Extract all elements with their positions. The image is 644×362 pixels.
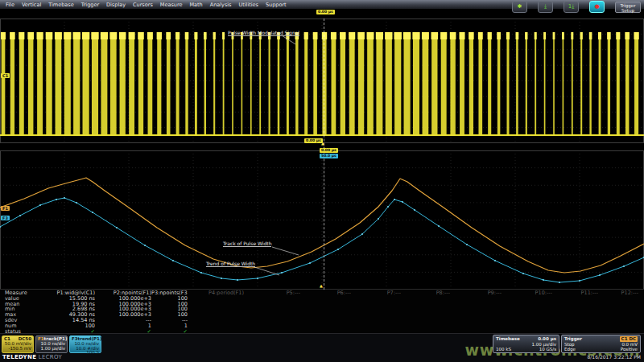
measure-min-p9: [450, 306, 502, 312]
measure-num-p1: 100: [39, 323, 95, 329]
measure-max-p12: [598, 312, 638, 318]
c1-descriptor-box[interactable]: C1 DC50 50.0 mV/div -150.5 mV: [2, 335, 34, 353]
f3-descriptor-box[interactable]: F3 trend(P1) 10.0 ns/div 10.0 #/div 100 …: [69, 335, 101, 353]
brand-lecroy: LECROY: [39, 354, 62, 360]
measure-col-header-p10[interactable]: P10:---: [502, 290, 552, 296]
measure-mean-p6: [300, 302, 351, 307]
measure-value-p12: [598, 296, 638, 302]
measure-value-p9: [450, 296, 502, 302]
measure-num-p3: 1: [151, 323, 188, 329]
measure-mean-p7: [351, 302, 401, 307]
measure-col-header-p6[interactable]: P6:---: [300, 290, 351, 296]
menu-item-math[interactable]: Math: [189, 2, 202, 8]
menu-item-timebase[interactable]: Timebase: [48, 2, 73, 8]
trigger-label: Trigger: [564, 336, 582, 342]
measure-max-p4: [188, 312, 244, 318]
measure-min-p4: [188, 306, 244, 312]
measure-col-header-p1[interactable]: P1:wid@lv(C1): [39, 290, 95, 296]
measure-row-label-value: value: [5, 296, 39, 302]
measure-num-p11: [552, 323, 598, 329]
track-trend-plot[interactable]: [0, 150, 644, 290]
menu-item-utilities[interactable]: Utilities: [238, 2, 258, 8]
measure-col-header-p9[interactable]: P9:---: [450, 290, 502, 296]
measure-value-p4: [188, 296, 244, 302]
oscilloscope-screen: FileVerticalTimebaseTriggerDisplayCursor…: [0, 0, 644, 362]
measure-num-p9: [450, 323, 502, 329]
f1-descriptor-box[interactable]: F1 track(P1) 10.0 ns/div 1.00 μs/div: [35, 335, 68, 353]
measure-col-header-p7[interactable]: P7:---: [351, 290, 401, 296]
recall-waveform-icon[interactable]: 1⤓: [564, 1, 579, 13]
timebase-label: Timebase: [496, 336, 520, 342]
toolbar: ✱⤓1⤓● Trigger Setup: [512, 1, 641, 13]
trigger-type: Edge: [564, 347, 576, 352]
measure-header-label: Measure: [5, 290, 39, 296]
save-waveform-icon[interactable]: ⤓: [538, 1, 553, 13]
measure-col-header-p5[interactable]: P5:---: [244, 290, 300, 296]
measure-num-p6: [300, 323, 351, 329]
record-icon[interactable]: ●: [589, 1, 605, 13]
trigger-level: 0.0 mV: [621, 342, 638, 348]
measure-max-p6: [300, 312, 351, 318]
timestamp: 8/16/2017 3:22:12 PM: [587, 354, 641, 360]
measure-min-p12: [598, 306, 638, 312]
measure-row-label-max: max: [5, 312, 39, 318]
measure-sdev-p4: [188, 318, 244, 323]
measure-min-p8: [401, 306, 450, 312]
menu-item-cursors[interactable]: Cursors: [133, 2, 153, 8]
menu-item-trigger[interactable]: Trigger: [81, 2, 99, 8]
measure-col-header-p12[interactable]: P12:---: [598, 290, 638, 296]
measure-min-p2: 100.000e+3: [95, 306, 151, 312]
menu-item-vertical[interactable]: Vertical: [22, 2, 41, 8]
menu-item-analysis[interactable]: Analysis: [210, 2, 232, 8]
menu-item-measure[interactable]: Measure: [160, 2, 183, 8]
trigger-setup-button[interactable]: Trigger Setup: [615, 2, 641, 13]
trigger-time-badge[interactable]: 0.00 μs: [316, 10, 335, 14]
f1-channel-marker[interactable]: F1: [1, 206, 10, 211]
trigger-slope: Positive: [621, 347, 638, 352]
menu-item-display[interactable]: Display: [106, 2, 126, 8]
measure-value-p7: [351, 296, 401, 302]
measure-mean-p3: 100: [151, 302, 188, 307]
trigger-source-badge: C1 DC: [620, 336, 638, 342]
measure-sdev-p3: ---: [151, 318, 188, 323]
measure-sdev-p2: ---: [95, 318, 151, 323]
measure-max-p11: [552, 312, 598, 318]
measure-sdev-p12: [598, 318, 638, 323]
divider-badge-yellow[interactable]: 0.00 μs: [304, 138, 323, 143]
timebase-samplerate: 10 GS/s: [539, 347, 556, 352]
measure-col-header-p4[interactable]: P4:period(F1): [188, 290, 244, 296]
measure-max-p5: [244, 312, 300, 318]
trigger-marker-icon[interactable]: ▲: [321, 142, 324, 146]
measure-mean-p8: [401, 302, 450, 307]
measure-col-header-p3[interactable]: P3:npoints(F3): [151, 290, 188, 296]
c1-channel-marker[interactable]: C1: [1, 73, 10, 78]
trigger-mode: Stop: [564, 342, 575, 348]
trigger-box[interactable]: Trigger C1 DC Stop 0.0 mV Edge Positive: [561, 335, 641, 353]
measure-value-p5: [244, 296, 300, 302]
timebase-samples: 100 kS: [496, 347, 511, 352]
measure-col-header-p8[interactable]: P8:---: [401, 290, 450, 296]
divider-badge-cyan[interactable]: 50.0 μs: [320, 154, 338, 158]
timebase-box[interactable]: Timebase 0.00 μs 1.00 μs/div 100 kS 10 G…: [493, 335, 559, 353]
menu-item-file[interactable]: File: [6, 2, 14, 8]
divider-badge-yellow-2[interactable]: 0.00 μs: [320, 148, 338, 153]
measure-sdev-p1: 14.54 ns: [39, 318, 95, 323]
measure-col-header-p2[interactable]: P2:npoints(F1): [95, 290, 151, 296]
trigger-setup-label-2: Setup: [621, 8, 634, 13]
measure-max-p8: [401, 312, 450, 318]
measure-value-p6: [300, 296, 351, 302]
measure-mean-p4: [188, 302, 244, 307]
f3-channel-marker[interactable]: F3: [1, 216, 10, 220]
pwm-grid[interactable]: [0, 19, 644, 143]
track-trend-grid[interactable]: [0, 150, 644, 290]
measure-num-p12: [598, 323, 638, 329]
measure-value-p11: [552, 296, 598, 302]
measure-max-p7: [351, 312, 401, 318]
f1-hdiv: 1.00 μs/div: [38, 347, 65, 352]
label-icon[interactable]: ✱: [512, 1, 527, 13]
pwm-plot[interactable]: [0, 19, 644, 143]
trigger-marker-bottom-icon: ▲: [320, 284, 323, 288]
menu-item-support[interactable]: Support: [266, 2, 287, 8]
measure-col-header-p11[interactable]: P11:---: [552, 290, 598, 296]
measure-min-p10: [502, 306, 552, 312]
